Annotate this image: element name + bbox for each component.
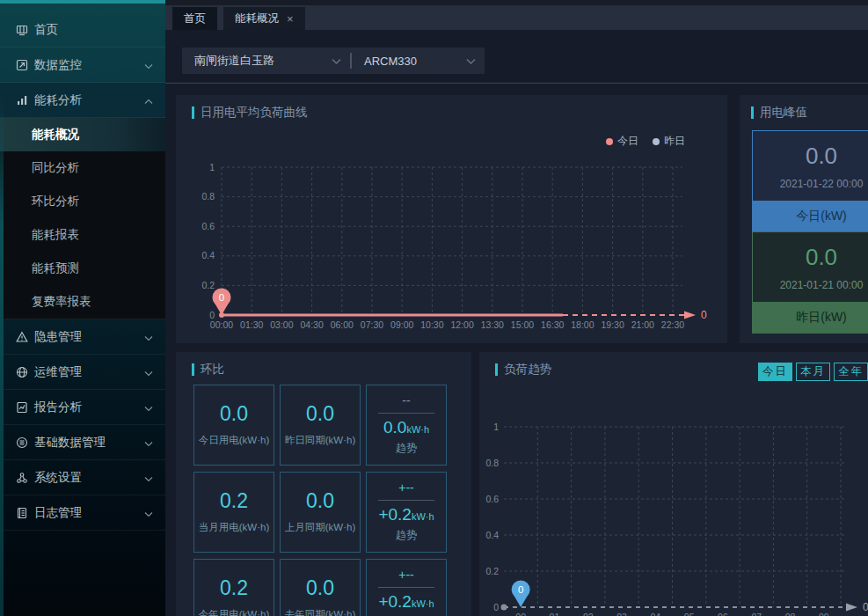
sidebar-menu: 首页 数据监控 能耗分析 能耗概况 <box>0 4 165 531</box>
sidebar-item-base-data-mgmt[interactable]: 基础数据管理 <box>0 425 165 460</box>
monitor-icon <box>16 59 28 71</box>
trend-label: 趋势 <box>396 528 417 543</box>
trend-divider <box>378 413 434 414</box>
sidebar-item-log-mgmt[interactable]: 日志管理 <box>0 495 165 531</box>
sidebar-subitem-energy-overview[interactable]: 能耗概况 <box>0 118 165 151</box>
sidebar-subitem-energy-report[interactable]: 能耗报表 <box>0 218 165 252</box>
peak-value: 0.0 <box>753 244 868 271</box>
area-select[interactable]: 南闸街道白玉路 <box>182 48 350 74</box>
svg-text:0: 0 <box>209 310 215 320</box>
sidebar-subitem-mom-analysis[interactable]: 环比分析 <box>0 185 165 218</box>
trend-divider <box>378 587 434 588</box>
title-accent-bar <box>751 106 754 119</box>
device-select[interactable]: ARCM330 <box>352 48 485 74</box>
svg-text:0.4: 0.4 <box>201 250 215 260</box>
range-button-today[interactable]: 今日 <box>758 363 792 381</box>
report-icon <box>16 401 28 414</box>
load-trend-chart: 00.20.40.60.810001020304050607080900 <box>479 352 868 616</box>
subitem-label: 能耗预测 <box>32 260 79 276</box>
peak-card-today: 0.0 2021-01-22 00:00 今日(kW) <box>752 130 868 232</box>
sidebar-item-label: 隐患管理 <box>34 329 82 345</box>
chevron-down-icon <box>144 506 153 519</box>
svg-text:0.2: 0.2 <box>201 280 215 290</box>
svg-text:0.8: 0.8 <box>485 458 499 468</box>
svg-text:10:30: 10:30 <box>420 319 443 330</box>
range-button-year[interactable]: 全年 <box>834 363 868 381</box>
chevron-down-icon <box>144 330 153 343</box>
svg-text:05: 05 <box>684 612 695 616</box>
svg-text:16:30: 16:30 <box>541 319 564 330</box>
daily-curve-title: 日用电平均负荷曲线 <box>192 105 308 121</box>
filter-bar: 南闸街道白玉路 ARCM330 <box>182 48 485 74</box>
svg-text:1: 1 <box>209 162 215 172</box>
peak-usage-card: 用电峰值 0.0 2021-01-22 00:00 今日(kW) 0.0 202… <box>740 95 868 343</box>
svg-text:0.8: 0.8 <box>201 191 215 202</box>
trend-mid: +0.2kW·h <box>378 593 434 610</box>
svg-text:09:00: 09:00 <box>390 319 413 330</box>
chevron-down-icon <box>144 471 153 484</box>
content-divider <box>165 83 868 84</box>
main-content: 首页 能耗概况 × 南闸街道白玉路 ARCM330 日用电平均负荷曲线 <box>165 0 868 616</box>
svg-text:07:30: 07:30 <box>361 319 383 330</box>
section-title-text: 负荷趋势 <box>504 362 551 378</box>
sidebar: 首页 数据监控 能耗分析 能耗概况 <box>0 0 165 616</box>
range-button-month[interactable]: 本月 <box>796 363 830 381</box>
database-icon <box>16 436 28 449</box>
svg-text:0.4: 0.4 <box>485 530 499 540</box>
svg-text:00: 00 <box>515 612 526 616</box>
sidebar-item-label: 运维管理 <box>34 364 82 380</box>
trend-top: +-- <box>398 568 414 581</box>
section-title-text: 日用电平均负荷曲线 <box>201 105 308 121</box>
trend-unit: kW·h <box>406 424 429 435</box>
svg-text:06: 06 <box>718 612 728 616</box>
svg-text:13:30: 13:30 <box>481 319 504 330</box>
chevron-down-icon <box>144 58 153 71</box>
trend-mid: 0.0kW·h <box>383 419 429 436</box>
sidebar-item-label: 能耗分析 <box>34 92 82 108</box>
sidebar-item-ops-mgmt[interactable]: 运维管理 <box>0 355 165 390</box>
trend-top: -- <box>402 394 410 407</box>
svg-text:0.6: 0.6 <box>485 494 499 504</box>
huanbi-grid: 0.0 今日用电(kW·h) 0.0 昨日同期(kW·h) -- 0.0kW·h… <box>193 385 447 616</box>
sidebar-subitem-energy-forecast[interactable]: 能耗预测 <box>0 252 165 285</box>
tab-home[interactable]: 首页 <box>172 7 217 30</box>
trend-mid-value: +0.2 <box>378 505 412 524</box>
tab-energy-overview[interactable]: 能耗概况 × <box>223 7 305 30</box>
sidebar-item-hazard-mgmt[interactable]: 隐患管理 <box>0 319 165 355</box>
sidebar-item-energy-analysis[interactable]: 能耗分析 <box>0 83 165 118</box>
stat-value: 0.2 <box>220 578 248 598</box>
trend-cell-year: +-- +0.2kW·h 趋势 <box>366 559 447 616</box>
home-icon <box>16 24 28 36</box>
sidebar-subitem-yoy-analysis[interactable]: 同比分析 <box>0 151 165 185</box>
peak-title: 用电峰值 <box>751 105 807 121</box>
tab-bar: 首页 能耗概况 × <box>165 0 868 30</box>
close-icon[interactable]: × <box>287 13 294 25</box>
svg-text:08: 08 <box>785 612 796 616</box>
sidebar-item-label: 首页 <box>34 22 58 38</box>
svg-text:04: 04 <box>651 612 661 616</box>
sidebar-item-system-settings[interactable]: 系统设置 <box>0 460 165 495</box>
ops-icon <box>16 366 28 378</box>
peak-value: 0.0 <box>753 143 868 170</box>
sidebar-item-report-analysis[interactable]: 报告分析 <box>0 390 165 425</box>
stat-label: 上月同期(kW·h) <box>285 521 356 534</box>
sidebar-subitem-tariff-report[interactable]: 复费率报表 <box>0 285 165 319</box>
peak-date: 2021-01-22 00:00 <box>753 178 868 190</box>
stat-cell-lastyear-usage: 0.0 去年同期(kW·h) <box>280 559 361 616</box>
peak-date: 2021-01-21 00:00 <box>753 279 868 291</box>
stat-cell-yesterday-usage: 0.0 昨日同期(kW·h) <box>280 385 361 466</box>
trend-range-buttons: 今日 本月 全年 <box>758 363 868 381</box>
trend-cell-month: +-- +0.2kW·h 趋势 <box>366 472 447 553</box>
peak-footer-label: 今日(kW) <box>752 201 868 232</box>
sidebar-item-data-monitor[interactable]: 数据监控 <box>0 48 165 83</box>
svg-text:0: 0 <box>518 584 523 595</box>
svg-text:09: 09 <box>819 612 829 616</box>
svg-text:15:00: 15:00 <box>511 319 534 330</box>
trend-unit: kW·h <box>412 598 434 609</box>
trend-label: 趋势 <box>396 441 417 456</box>
chevron-down-icon <box>144 400 153 414</box>
sidebar-item-home[interactable]: 首页 <box>0 12 165 48</box>
svg-text:03:00: 03:00 <box>270 319 293 330</box>
energy-analysis-submenu: 能耗概况 同比分析 环比分析 能耗报表 能耗预测 复费率报表 <box>0 118 165 319</box>
svg-text:00:00: 00:00 <box>210 319 233 330</box>
